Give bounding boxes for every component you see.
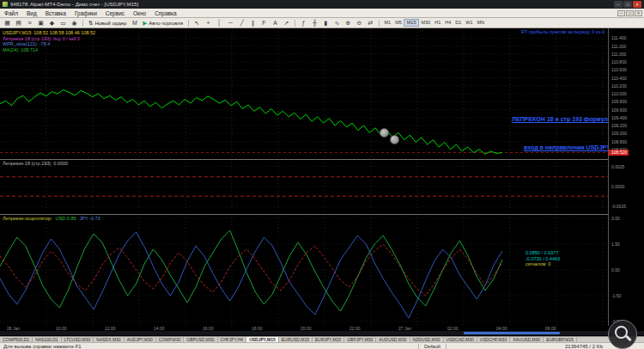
price-scale-label: 111.400 (611, 35, 626, 40)
price-scale-label: 0.0000 (611, 184, 624, 189)
price-scale-label: -1.50 (611, 293, 621, 298)
statusbar: Для вызова справки нажмите F1 Default 21… (0, 342, 644, 349)
period-m5-button[interactable]: M5 (393, 19, 404, 27)
app-logo-icon (3, 2, 8, 7)
new-order-button[interactable]: ⇅Новый ордер (86, 19, 129, 28)
fibonacci-icon[interactable]: F (258, 19, 270, 28)
zoom-out-icon[interactable]: ⊖ (354, 19, 365, 28)
new-order-icon: ⇅ (88, 20, 93, 27)
scrollbar-thumb[interactable] (464, 332, 560, 334)
price-scale-label: 110.400 (611, 76, 627, 81)
candles-chart-icon[interactable]: ▮ (320, 19, 331, 28)
titlebar: 948178: Alpari-MT4-Demo - Демо счет - [U… (0, 0, 644, 9)
period-h1-button[interactable]: H1 (433, 19, 443, 27)
restore-button[interactable]: □ (623, 1, 632, 8)
oscillator-label-part: Лепрекон-осциллятор: (3, 216, 52, 221)
price-scale-label: 110.600 (611, 67, 627, 72)
window-title: 948178: Alpari-MT4-Demo - Демо счет - [U… (10, 2, 611, 7)
toolbar-separator (82, 20, 83, 27)
current-price-marker: 108.520 (609, 150, 629, 156)
period-m1-button[interactable]: M1 (382, 19, 393, 27)
toolbar-separator (188, 20, 189, 27)
text-label-icon[interactable]: A (270, 19, 281, 28)
oscillator-label-part: USD 0.85 (56, 216, 76, 221)
magnifier-overlay-icon (608, 320, 637, 349)
chart-circle-object[interactable] (390, 135, 399, 144)
channel-icon[interactable]: ∥ (247, 19, 258, 28)
price-scale-label: 109.000 (611, 131, 627, 136)
magnifier-handle (625, 335, 631, 341)
crosshair-icon[interactable]: + (203, 19, 214, 28)
navigator-icon[interactable]: ◆ (46, 19, 58, 28)
price-scale-label: 109.600 (611, 107, 627, 113)
menu-item-view[interactable]: Вид (22, 10, 41, 16)
oscillator-label-part: JPY -0.73 (80, 216, 100, 221)
mt4-terminal-window: 948178: Alpari-MT4-Demo - Демо счет - [U… (0, 0, 644, 349)
period-d1-button[interactable]: D1 (453, 19, 464, 27)
chart-annotation-entry: вход в направлении USDJPY (524, 144, 611, 150)
arrow-objects-icon[interactable]: ↗ (281, 19, 292, 28)
price-scale-label: 3.00 (611, 216, 620, 221)
strategy-tester-icon[interactable]: ◉ (69, 19, 80, 28)
price-scale: 108.520 111.400111.200111.000110.800110.… (608, 28, 644, 326)
market-watch-icon[interactable]: ≡ (24, 19, 35, 28)
terminal-icon[interactable]: ▭ (58, 19, 69, 28)
menu-item-help[interactable]: Справка (150, 10, 181, 16)
indicators-icon[interactable]: ƒ (298, 19, 309, 28)
price-scale-label: 110.200 (611, 83, 627, 89)
chart-annotation-leprecon: ЛЕПРЕКОН 18 и стр 193 формула (512, 116, 611, 122)
data-window-icon[interactable]: ▣ (35, 19, 46, 28)
trendline-icon[interactable]: ╱ (236, 19, 247, 28)
period-mn-button[interactable]: MN (475, 19, 487, 27)
metaeditor-icon[interactable]: M (129, 19, 140, 28)
line-chart-icon[interactable]: ∿ (331, 19, 343, 28)
horizontal-line-icon[interactable]: ─ (225, 19, 236, 28)
period-m30-button[interactable]: M30 (419, 19, 433, 27)
price-scale-label: 111.200 (611, 44, 626, 49)
menu-item-insert[interactable]: Вставка (41, 10, 70, 16)
close-button[interactable]: × (633, 1, 641, 8)
period-w1-button[interactable]: W1 (464, 19, 475, 27)
new-chart-icon[interactable]: ▦ (2, 19, 13, 28)
toolbar-group: ↖+│─╱∥FA↗ (191, 18, 292, 28)
price-scale-label: 109.400 (611, 115, 627, 120)
menu-item-file[interactable]: Файл (0, 10, 22, 16)
oscillator-value-line: сигналов: 0 (526, 261, 560, 267)
menubar: ФайлВидВставкаГрафикиСервисОкноСправка –… (0, 9, 644, 18)
vertical-line-icon[interactable]: │ (214, 19, 225, 28)
auto-scroll-icon[interactable]: ⇄ (365, 19, 376, 28)
menu-item-window[interactable]: Окно (129, 10, 150, 16)
menu-item-charts[interactable]: Графики (70, 10, 101, 16)
bars-chart-icon[interactable]: ╫ (309, 19, 320, 28)
window-controls: –□× (614, 1, 641, 8)
horizontal-scrollbar[interactable] (0, 331, 644, 335)
oscillator-pane-label: Лепрекон-осциллятор:USD 0.85JPY -0.73 (3, 216, 104, 221)
period-h4-button[interactable]: H4 (443, 19, 453, 27)
toolbar-group: ▦▤≡▣◆▭◉ (2, 18, 80, 28)
menu-item-tools[interactable]: Сервис (101, 10, 129, 16)
chart-window-controls: –□× (617, 10, 644, 16)
minimize-button[interactable]: – (614, 1, 623, 8)
new-order-label: Новый ордер (94, 21, 126, 26)
chart-tabs: COMP500,D1NAS100,D1LTCUSD,M30NASDX,M30AU… (0, 336, 644, 342)
chart-close-button[interactable]: × (635, 10, 642, 16)
period-m15-button[interactable]: M15 (404, 19, 419, 27)
chart-plot[interactable] (0, 28, 608, 329)
chart-minimize-button[interactable]: – (617, 10, 625, 16)
oscillator-values: 0.0850 / 0.9377-0.0730 / 0.4463сигналов:… (526, 250, 560, 267)
chart-restore-button[interactable]: □ (626, 10, 634, 16)
chart-profiles-icon[interactable]: ▤ (13, 19, 24, 28)
price-scale-label: 0.00 (611, 267, 620, 272)
chart-area[interactable]: USDJPY,M15: 108.52 108.58 108.46 108.52Л… (0, 28, 644, 336)
autotrade-button[interactable]: ▶Авто-торговля (140, 19, 185, 28)
autotrade-icon: ▶ (143, 20, 147, 27)
chart-circle-object[interactable] (380, 128, 389, 138)
menu-items: ФайлВидВставкаГрафикиСервисОкноСправка (0, 10, 181, 16)
autotrade-label: Авто-торговля (149, 21, 183, 26)
zoom-in-icon[interactable]: ⊕ (343, 19, 354, 28)
status-profile[interactable]: Default (418, 344, 447, 349)
chart-info-line: MA(24): 108.714 (3, 47, 95, 53)
toolbar-group: M1M5M15M30H1H4D1W1MN (382, 18, 487, 28)
cursor-icon[interactable]: ↖ (191, 19, 203, 28)
price-scale-label: 108.800 (611, 139, 627, 144)
